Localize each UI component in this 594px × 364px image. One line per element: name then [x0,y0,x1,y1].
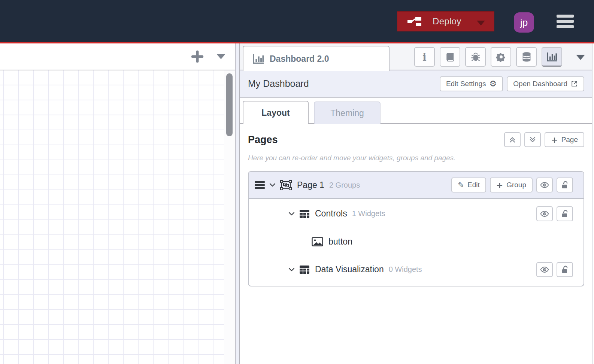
double-chevron-up-icon [509,136,516,143]
eye-icon [540,182,549,188]
bar-chart-icon [252,54,264,64]
node-red-editor: Deploy jp [0,0,594,364]
flow-canvas-grid[interactable] [0,70,224,364]
collapse-all-button[interactable] [504,132,521,147]
dashboard-name: My Dashboard [248,78,309,89]
help-book-icon[interactable] [440,47,460,67]
page-visibility-button[interactable] [536,178,553,192]
widget-name: button [328,237,352,247]
edit-page-button[interactable]: ✎ Edit [451,178,486,192]
dashboard-chart-icon[interactable] [542,47,562,67]
group-row-data-visualization[interactable]: Data Visualization 0 Widgets [249,255,584,283]
group-table-icon [299,209,310,218]
add-page-button[interactable]: + Page [545,132,584,147]
pages-description: Here you can re-order and move your widg… [248,154,584,162]
tab-dashboard-2[interactable]: Dashboard 2.0 [243,46,390,71]
page-meta: 2 Groups [329,181,360,189]
plus-icon: + [496,181,503,190]
group-name: Controls [315,209,347,219]
object-group-icon [280,180,292,190]
dashboard-header-row: My Dashboard Edit Settings ⚙ Open Dashbo… [240,70,594,98]
widget-row-button[interactable]: button [249,228,584,255]
tab-layout[interactable]: Layout [243,101,309,124]
pages-section-title: Pages [248,134,278,146]
eye-icon [540,210,549,217]
group-lock-button[interactable] [557,262,573,277]
sidebar-tab-strip: Dashboard 2.0 i [240,43,594,70]
open-dashboard-button[interactable]: Open Dashboard [507,76,584,91]
layout-tab-content: Pages + [240,124,594,286]
sidebar-scrollbar-track [592,43,594,364]
double-chevron-down-icon [529,136,536,143]
unlock-icon [561,266,569,274]
deploy-button[interactable]: Deploy [397,11,494,31]
config-gear-icon[interactable] [491,47,511,67]
drag-handle-icon[interactable] [255,181,265,189]
panel-splitter[interactable] [235,43,240,364]
sidebar-panel: Dashboard 2.0 i [240,43,594,364]
sidebar-tabs-caret-icon[interactable] [576,55,585,60]
add-flow-icon[interactable] [190,49,204,64]
page-lock-button[interactable] [557,178,573,192]
chevron-down-icon[interactable] [288,267,295,272]
flow-workspace [0,43,240,364]
plus-icon: + [551,135,558,145]
pages-header-row: Pages + [248,132,584,147]
chevron-down-icon[interactable] [269,183,276,187]
main-menu-button[interactable] [557,15,574,28]
info-icon[interactable]: i [414,47,435,67]
page-groups-list: Controls 1 Widgets [249,199,584,286]
widget-image-icon [312,237,323,246]
pencil-icon: ✎ [458,181,464,189]
group-visibility-button[interactable] [536,262,553,277]
group-meta: 0 Widgets [389,265,422,274]
page-card: Page 1 2 Groups ✎ Edit + Group [248,171,584,286]
unlock-icon [561,181,569,189]
expand-all-button[interactable] [524,132,541,147]
group-lock-button[interactable] [557,206,573,221]
flow-list-caret-icon[interactable] [216,54,225,59]
deploy-options-caret-icon[interactable] [477,21,485,25]
canvas-scrollbar-thumb[interactable] [226,73,233,136]
group-meta: 1 Widgets [352,209,385,218]
group-table-icon [299,265,310,274]
layout-theming-tabs: Layout Theming [240,98,594,124]
user-avatar[interactable]: jp [514,12,534,33]
tab-theming[interactable]: Theming [314,101,381,124]
page-row[interactable]: Page 1 2 Groups ✎ Edit + Group [249,172,584,199]
gear-icon: ⚙ [490,79,497,88]
flow-tab-bar [0,43,235,70]
group-name: Data Visualization [315,264,384,274]
chevron-down-icon[interactable] [288,212,295,216]
tab-dashboard-title: Dashboard 2.0 [270,54,329,64]
debug-bug-icon[interactable] [465,47,486,67]
eye-icon [540,266,549,273]
edit-settings-button[interactable]: Edit Settings ⚙ [440,76,503,91]
sidebar-toolbar: i [414,47,562,67]
unlock-icon [561,210,569,218]
page-name: Page 1 [297,180,324,190]
group-row-controls[interactable]: Controls 1 Widgets [249,200,584,228]
app-header: Deploy jp [0,0,594,42]
context-database-icon[interactable] [516,47,537,67]
deploy-nodes-icon [407,16,424,27]
external-link-icon [571,80,578,87]
group-visibility-button[interactable] [536,206,553,221]
add-group-button[interactable]: + Group [490,178,533,192]
deploy-label: Deploy [433,16,461,27]
